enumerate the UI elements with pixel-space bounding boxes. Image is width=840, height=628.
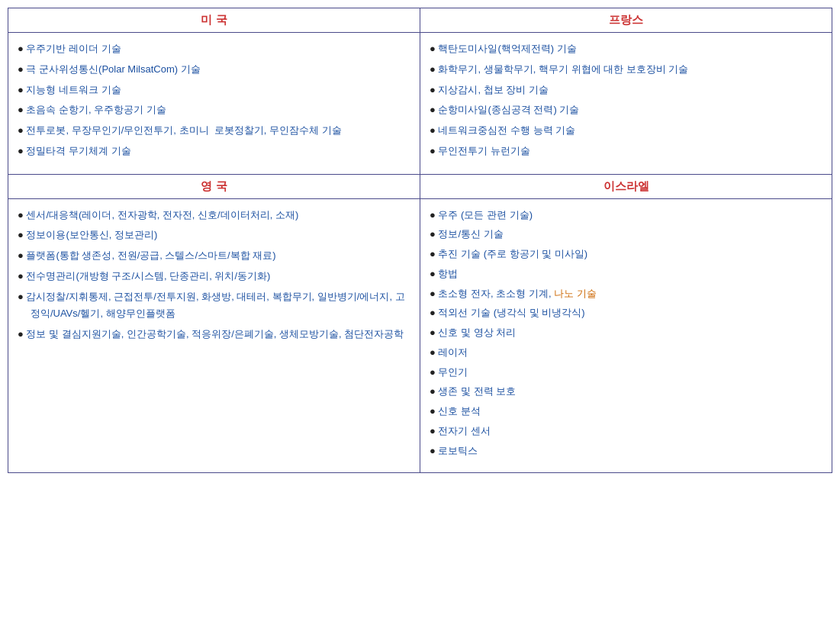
france-list: ● 핵탄도미사일(핵억제전력) 기술 ● 화학무기, 생물학무기, 핵무기 위협…: [430, 40, 819, 160]
list-item: ● 전수명관리(개방형 구조/시스템, 단종관리, 위치/동기화): [18, 268, 407, 285]
list-item: ● 센서/대응책(레이더, 전자광학, 전자전, 신호/데이터처리, 소재): [18, 207, 407, 224]
list-item: ● 로보틱스: [430, 443, 819, 460]
list-item: ● 추진 기술 (주로 항공기 및 미사일): [430, 246, 819, 263]
list-item: ● 네트워크중심전 수행 능력 기술: [430, 122, 819, 140]
israel-quadrant: ● 우주 (모든 관련 기술) ● 정보/통신 기술 ● 추진 기술 (주로 항…: [420, 199, 832, 473]
uk-quadrant: ● 센서/대응책(레이더, 전자광학, 전자전, 신호/데이터처리, 소재) ●…: [8, 199, 420, 473]
list-item: ● 지능형 네트워크 기술: [18, 82, 407, 99]
france-quadrant: 프랑스 ● 핵탄도미사일(핵억제전력) 기술 ● 화학무기, 생물학무기, 핵무…: [420, 8, 832, 174]
list-item: ● 레이저: [430, 344, 819, 362]
list-item: ● 무인기: [430, 364, 819, 382]
usa-list: ● 우주기반 레이더 기술 ● 극 군사위성통신(Polar MilsatCom…: [18, 40, 407, 160]
list-item: ● 신호 분석: [430, 403, 819, 420]
usa-header: 미 국: [8, 8, 420, 33]
list-item: ● 순항미사일(종심공격 전력) 기술: [430, 101, 819, 119]
list-item: ● 지상감시, 첩보 장비 기술: [430, 82, 819, 99]
uk-list: ● 센서/대응책(레이더, 전자광학, 전자전, 신호/데이터처리, 소재) ●…: [18, 207, 407, 343]
list-item: ● 초음속 순항기, 우주항공기 기술: [18, 101, 407, 119]
france-header: 프랑스: [420, 8, 832, 33]
list-item: ● 정보이용(보안통신, 정보관리): [18, 227, 407, 244]
list-item: ● 신호 및 영상 처리: [430, 324, 819, 342]
list-item: ● 적외선 기술 (냉각식 및 비냉각식): [430, 304, 819, 322]
list-item: ● 핵탄도미사일(핵억제전력) 기술: [430, 40, 819, 58]
list-item: ● 우주 (모든 관련 기술): [430, 207, 819, 224]
list-item: ● 초소형 전자, 초소형 기계, 나노 기술: [430, 285, 819, 303]
uk-header: 영 국: [8, 175, 420, 198]
list-item: ● 정보 및 결심지원기술, 인간공학기술, 적응위장/은폐기술, 생체모방기술…: [18, 326, 407, 343]
israel-list: ● 우주 (모든 관련 기술) ● 정보/통신 기술 ● 추진 기술 (주로 항…: [430, 207, 819, 460]
list-item: ● 전투로봇, 무장무인기/무인전투기, 초미니 로봇정찰기, 무인잠수체 기술: [18, 122, 407, 140]
list-item: ● 화학무기, 생물학무기, 핵무기 위협에 대한 보호장비 기술: [430, 61, 819, 79]
list-item: ● 감시정찰/지휘통제, 근접전투/전투지원, 화생방, 대테러, 복합무기, …: [18, 288, 407, 324]
bottom-section: ● 센서/대응책(레이더, 전자광학, 전자전, 신호/데이터처리, 소재) ●…: [8, 199, 832, 473]
israel-content: ● 우주 (모든 관련 기술) ● 정보/통신 기술 ● 추진 기술 (주로 항…: [420, 199, 832, 473]
list-item: ● 정보/통신 기술: [430, 226, 819, 243]
uk-content: ● 센서/대응책(레이더, 전자광학, 전자전, 신호/데이터처리, 소재) ●…: [8, 199, 420, 357]
mid-header-section: 영 국 이스라엘: [8, 175, 832, 199]
list-item: ● 우주기반 레이더 기술: [18, 40, 407, 58]
france-content: ● 핵탄도미사일(핵억제전력) 기술 ● 화학무기, 생물학무기, 핵무기 위협…: [420, 33, 832, 174]
list-item: ● 생존 및 전력 보호: [430, 383, 819, 401]
usa-content: ● 우주기반 레이더 기술 ● 극 군사위성통신(Polar MilsatCom…: [8, 33, 420, 174]
top-section: 미 국 ● 우주기반 레이더 기술 ● 극 군사위성통신(Polar Milsa…: [8, 8, 832, 175]
israel-header: 이스라엘: [420, 175, 832, 198]
list-item: ● 전자기 센서: [430, 423, 819, 440]
usa-quadrant: 미 국 ● 우주기반 레이더 기술 ● 극 군사위성통신(Polar Milsa…: [8, 8, 420, 174]
list-item: ● 무인전투기 뉴런기술: [430, 143, 819, 160]
list-item: ● 극 군사위성통신(Polar MilsatCom) 기술: [18, 61, 407, 79]
list-item: ● 항법: [430, 266, 819, 283]
main-table: 미 국 ● 우주기반 레이더 기술 ● 극 군사위성통신(Polar Milsa…: [8, 8, 832, 473]
list-item: ● 플랫폼(통합 생존성, 전원/공급, 스텔스/스마트/복합 재료): [18, 247, 407, 265]
list-item: ● 정밀타격 무기체계 기술: [18, 143, 407, 160]
